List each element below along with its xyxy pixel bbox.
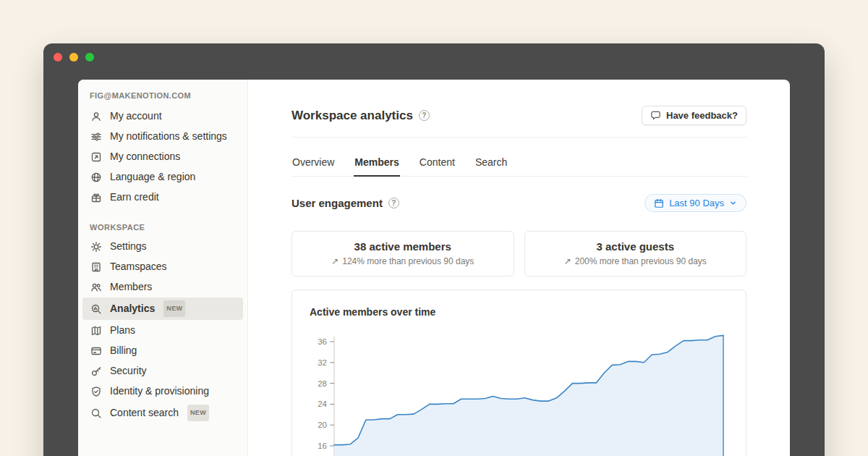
- stat-delta-text: 200% more than previous 90 days: [575, 256, 707, 266]
- tab-overview[interactable]: Overview: [292, 146, 335, 176]
- sidebar-item-label: Members: [110, 280, 152, 294]
- svg-text:32: 32: [318, 358, 327, 367]
- sidebar-item-notifications-settings[interactable]: My notifications & settings: [82, 127, 243, 146]
- gear-icon: [90, 240, 103, 253]
- sidebar-item-billing[interactable]: Billing: [82, 341, 243, 360]
- new-badge: NEW: [187, 405, 209, 421]
- sidebar-item-analytics[interactable]: Analytics NEW: [82, 297, 243, 320]
- settings-sidebar: FIG@MAKENOTION.COM My account My notific…: [78, 80, 248, 456]
- arrow-square-icon: [90, 151, 103, 164]
- workspace-section-heading: WORKSPACE: [78, 219, 247, 236]
- calendar-icon: [654, 198, 664, 208]
- tab-search[interactable]: Search: [475, 146, 508, 176]
- avatar-icon: [90, 110, 103, 123]
- map-icon: [90, 324, 103, 337]
- sidebar-item-content-search[interactable]: Content search NEW: [82, 402, 243, 424]
- sidebar-item-label: My connections: [110, 150, 180, 164]
- sidebar-item-label: Billing: [110, 344, 137, 358]
- speech-bubble-icon: [650, 110, 661, 121]
- stat-value: 3 active guests: [532, 240, 739, 253]
- stat-value: 38 active members: [299, 240, 506, 253]
- sidebar-item-label: Earn credit: [110, 190, 159, 204]
- app-window: FIG@MAKENOTION.COM My account My notific…: [43, 43, 825, 456]
- sidebar-item-label: Analytics: [110, 302, 155, 316]
- svg-text:36: 36: [318, 337, 327, 346]
- sidebar-item-identity-provisioning[interactable]: Identity & provisioning: [82, 381, 243, 401]
- active-members-stat-card: 38 active members ↗ 124% more than previ…: [292, 231, 514, 276]
- window-controls: [54, 53, 94, 62]
- engagement-stats: 38 active members ↗ 124% more than previ…: [292, 231, 746, 276]
- have-feedback-label: Have feedback?: [666, 110, 738, 121]
- sidebar-item-label: Settings: [110, 240, 147, 253]
- sidebar-item-label: Content search: [110, 406, 179, 420]
- date-range-filter[interactable]: Last 90 Days: [644, 194, 746, 212]
- sidebar-item-members[interactable]: Members: [82, 277, 243, 297]
- page-title: Workspace analytics: [292, 109, 413, 123]
- sidebar-item-label: Language & region: [110, 170, 195, 184]
- globe-icon: [90, 171, 103, 184]
- sidebar-item-label: My account: [110, 109, 162, 123]
- account-email: FIG@MAKENOTION.COM: [78, 90, 247, 106]
- trend-up-icon: ↗: [331, 256, 339, 266]
- people-icon: [90, 281, 103, 294]
- gift-icon: [90, 191, 103, 204]
- sidebar-item-label: Plans: [110, 324, 135, 337]
- tab-content[interactable]: Content: [419, 146, 456, 176]
- help-icon[interactable]: ?: [419, 110, 430, 121]
- stat-delta-text: 124% more than previous 90 days: [342, 256, 474, 266]
- sidebar-item-security[interactable]: Security: [82, 361, 243, 381]
- page-header: Workspace analytics ? Have feedback?: [292, 106, 746, 138]
- svg-text:16: 16: [318, 442, 327, 450]
- sidebar-item-my-connections[interactable]: My connections: [82, 147, 243, 166]
- sidebar-item-label: Identity & provisioning: [110, 384, 209, 398]
- sliders-icon: [90, 130, 103, 143]
- active-guests-stat-card: 3 active guests ↗ 200% more than previou…: [524, 231, 747, 276]
- credit-card-icon: [90, 345, 103, 358]
- have-feedback-button[interactable]: Have feedback?: [642, 106, 746, 125]
- trend-up-icon: ↗: [564, 256, 571, 266]
- svg-text:24: 24: [318, 400, 327, 408]
- sidebar-item-label: Teamspaces: [110, 260, 167, 274]
- sidebar-item-label: My notifications & settings: [110, 130, 227, 143]
- chevron-down-icon: [729, 199, 737, 207]
- analytics-main: Workspace analytics ? Have feedback? Ove…: [248, 80, 790, 456]
- shield-check-icon: [90, 385, 103, 398]
- sidebar-item-plans[interactable]: Plans: [82, 321, 243, 340]
- sidebar-item-language-region[interactable]: Language & region: [82, 167, 243, 187]
- settings-panel: FIG@MAKENOTION.COM My account My notific…: [78, 80, 790, 456]
- svg-text:28: 28: [318, 379, 327, 388]
- sidebar-item-my-account[interactable]: My account: [82, 106, 243, 126]
- sidebar-item-label: Security: [110, 364, 147, 378]
- help-icon[interactable]: ?: [388, 198, 399, 208]
- building-icon: [90, 261, 103, 274]
- section-title: User engagement: [292, 197, 383, 209]
- active-members-line-chart: 363228242016: [310, 332, 728, 456]
- sidebar-item-earn-credit[interactable]: Earn credit: [82, 187, 243, 207]
- minimize-window-button[interactable]: [69, 53, 78, 62]
- search-icon: [90, 407, 103, 420]
- user-engagement-header: User engagement ? Last 90 Days: [292, 194, 746, 212]
- key-icon: [90, 365, 103, 378]
- new-badge: NEW: [163, 300, 185, 317]
- svg-text:20: 20: [318, 421, 327, 429]
- active-members-chart-card: Active members over time 363228242016: [292, 290, 746, 456]
- close-window-button[interactable]: [54, 53, 62, 62]
- sidebar-item-settings[interactable]: Settings: [82, 237, 243, 256]
- sidebar-item-teamspaces[interactable]: Teamspaces: [82, 257, 243, 276]
- tab-members[interactable]: Members: [354, 146, 399, 176]
- chart-search-icon: [90, 303, 103, 316]
- zoom-window-button[interactable]: [85, 53, 94, 62]
- date-range-label: Last 90 Days: [669, 198, 724, 208]
- analytics-tabs: Overview Members Content Search: [292, 146, 746, 177]
- chart-title: Active members over time: [310, 306, 728, 318]
